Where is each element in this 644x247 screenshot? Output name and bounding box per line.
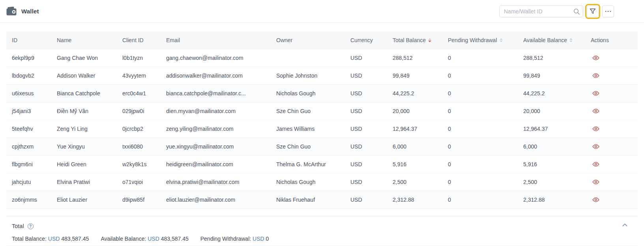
view-wallet-button[interactable] bbox=[591, 196, 601, 203]
column-header-owner: Owner bbox=[276, 37, 350, 43]
cell-email: elvina.pratiwi@mailinator.com bbox=[166, 179, 276, 185]
summary-currency: USD bbox=[253, 236, 264, 242]
column-header-available_balance[interactable]: Available Balance bbox=[523, 37, 591, 43]
view-wallet-button[interactable] bbox=[591, 54, 601, 61]
cell-id: u6ixesus bbox=[12, 90, 57, 97]
view-wallet-button[interactable] bbox=[591, 161, 601, 168]
column-header-name: Name bbox=[57, 37, 122, 43]
view-wallet-button[interactable] bbox=[591, 178, 601, 186]
summary-currency: USD bbox=[148, 236, 159, 242]
cell-client_id: 029jpw0i bbox=[122, 108, 166, 114]
cell-currency: USD bbox=[350, 72, 393, 79]
cell-currency: USD bbox=[350, 161, 393, 167]
cell-id: zo6njmms bbox=[12, 197, 57, 203]
table-row: zo6njmmsEliot Lauzierd9ipw85feliot.lauzi… bbox=[6, 191, 638, 209]
cell-name: Addison Walker bbox=[57, 72, 122, 79]
cell-pending_withdrawal: 0 bbox=[448, 90, 523, 97]
cell-email: zeng.yiling@mailinator.com bbox=[166, 126, 276, 132]
view-wallet-button[interactable] bbox=[591, 72, 601, 79]
cell-available_balance: 6,000 bbox=[523, 143, 591, 150]
table-row: j54jani3Điền Mỹ Vân029jpw0idien.myvan@ma… bbox=[6, 102, 638, 120]
sort-carets-icon[interactable] bbox=[500, 38, 503, 42]
cell-available_balance: 2,312.88 bbox=[523, 197, 591, 203]
cell-pending_withdrawal: 0 bbox=[448, 126, 523, 132]
eye-icon bbox=[592, 144, 599, 149]
brand: Wallet bbox=[6, 7, 39, 16]
filter-button[interactable] bbox=[587, 6, 599, 17]
wallet-icon bbox=[6, 7, 17, 16]
cell-name: Eliot Lauzier bbox=[57, 197, 122, 203]
ellipsis-icon bbox=[605, 11, 611, 12]
cell-owner: Thelma G. McArthur bbox=[276, 161, 350, 167]
cell-email: bianca.catchpole@mailinator.c... bbox=[166, 90, 276, 97]
cell-name: Zeng Yi Ling bbox=[57, 126, 122, 132]
table-row: cpjthzxmYue Xingyutxxi6080yue.xingyu@mai… bbox=[6, 138, 638, 156]
cell-total_balance: 99,849 bbox=[393, 72, 448, 79]
cell-currency: USD bbox=[350, 197, 393, 203]
column-header-client_id: Client ID bbox=[122, 37, 166, 43]
cell-client_id: 0jcrcbp2 bbox=[122, 126, 166, 132]
table-row: 5teefqhvZeng Yi Ling0jcrcbp2zeng.yiling@… bbox=[6, 120, 638, 138]
cell-currency: USD bbox=[350, 126, 393, 132]
column-label: Actions bbox=[591, 37, 609, 43]
cell-id: jahcjutu bbox=[12, 179, 57, 185]
column-header-total_balance[interactable]: Total Balance bbox=[393, 37, 448, 43]
column-header-pending_withdrawal[interactable]: Pending Withdrawal bbox=[448, 37, 523, 43]
collapse-summary-button[interactable] bbox=[622, 223, 628, 227]
cell-id: flbgm6ni bbox=[12, 161, 57, 167]
chevron-up-icon bbox=[622, 223, 627, 227]
cell-id: 5teefqhv bbox=[12, 126, 57, 132]
column-header-currency: Currency bbox=[350, 37, 393, 43]
summary-value: 0 bbox=[266, 236, 269, 242]
cell-name: Gang Chae Won bbox=[57, 55, 122, 61]
sort-carets-icon[interactable] bbox=[428, 38, 431, 42]
cell-pending_withdrawal: 0 bbox=[448, 161, 523, 167]
cell-email: addisonwalker@mailinator.com bbox=[166, 72, 276, 79]
cell-available_balance: 44,225.2 bbox=[523, 90, 591, 97]
cell-name: Điền Mỹ Vân bbox=[57, 108, 122, 114]
cell-client_id: l0b1tyzn bbox=[122, 55, 166, 61]
cell-total_balance: 20,000 bbox=[393, 108, 448, 114]
sort-carets-icon[interactable] bbox=[569, 38, 573, 42]
summary-item: Pending Withdrawal: USD 0 bbox=[200, 236, 269, 242]
column-header-id: ID bbox=[12, 37, 57, 43]
cell-total_balance: 6,000 bbox=[393, 143, 448, 150]
cell-actions bbox=[591, 143, 638, 150]
cell-owner: Sze Chin Guo bbox=[276, 143, 350, 150]
eye-icon bbox=[592, 91, 599, 96]
column-label: ID bbox=[12, 37, 17, 43]
summary-value: 483,587.45 bbox=[161, 236, 189, 242]
cell-actions bbox=[591, 90, 638, 97]
cell-id: 6ekpl9p9 bbox=[12, 55, 57, 61]
wallet-table: IDNameClient IDEmailOwnerCurrencyTotal B… bbox=[6, 32, 638, 209]
cell-available_balance: 2,500 bbox=[523, 179, 591, 185]
view-wallet-button[interactable] bbox=[591, 90, 601, 97]
search-input[interactable] bbox=[499, 6, 583, 17]
cell-actions bbox=[591, 125, 638, 133]
total-row: Total ? bbox=[6, 216, 638, 231]
view-wallet-button[interactable] bbox=[591, 143, 601, 150]
help-icon[interactable]: ? bbox=[28, 223, 34, 229]
more-actions-button[interactable] bbox=[602, 6, 614, 17]
cell-id: j54jani3 bbox=[12, 108, 57, 114]
eye-icon bbox=[592, 179, 599, 185]
cell-pending_withdrawal: 0 bbox=[448, 197, 523, 203]
cell-total_balance: 288,512 bbox=[393, 55, 448, 61]
cell-pending_withdrawal: 0 bbox=[448, 55, 523, 61]
cell-currency: USD bbox=[350, 90, 393, 97]
column-label: Owner bbox=[276, 37, 292, 43]
eye-icon bbox=[592, 197, 599, 202]
cell-pending_withdrawal: 0 bbox=[448, 72, 523, 79]
view-wallet-button[interactable] bbox=[591, 125, 601, 132]
view-wallet-button[interactable] bbox=[591, 108, 601, 115]
cell-email: yue.xingyu@mailinator.com bbox=[166, 143, 276, 150]
cell-pending_withdrawal: 0 bbox=[448, 143, 523, 150]
cell-id: cpjthzxm bbox=[12, 143, 57, 150]
cell-actions bbox=[591, 108, 638, 115]
cell-name: Yue Xingyu bbox=[57, 143, 122, 150]
summary-value: 483,587.45 bbox=[61, 236, 89, 242]
search-box bbox=[499, 6, 583, 17]
column-header-actions: Actions bbox=[591, 37, 638, 43]
eye-icon bbox=[592, 73, 599, 78]
summary-footer: Total ? Total Balance: USD 483,587.45Ava… bbox=[6, 216, 638, 246]
